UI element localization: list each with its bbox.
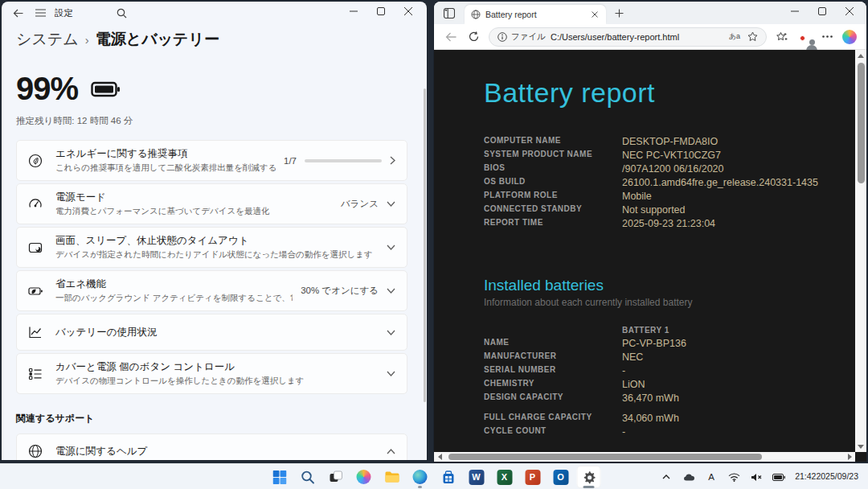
close-icon[interactable] (836, 2, 863, 21)
refresh-icon[interactable] (463, 27, 484, 47)
chevron-right-icon (390, 156, 395, 165)
report-title: Battery report (484, 77, 855, 109)
close-icon[interactable] (395, 2, 422, 21)
breadcrumb-system[interactable]: システム (16, 29, 79, 50)
hamburger-menu-icon[interactable] (29, 3, 51, 23)
copilot-icon[interactable] (839, 27, 860, 47)
settings-button[interactable] (577, 466, 601, 488)
related-support-header: 関連するサポート (16, 412, 407, 425)
excel-button[interactable]: X (493, 466, 517, 488)
chevron-down-icon[interactable] (387, 201, 395, 207)
minimize-icon[interactable] (340, 2, 367, 21)
card-power-mode[interactable]: 電源モード 電力消費とパフォーマンスに基づいてデバイスを最適化 バランス (16, 183, 407, 224)
task-view-button[interactable] (324, 466, 348, 488)
chevron-down-icon[interactable] (387, 244, 395, 250)
chevron-down-icon[interactable] (387, 371, 395, 376)
new-tab-icon[interactable] (609, 3, 628, 23)
scrollbar-thumb[interactable] (448, 454, 762, 460)
scroll-up-icon[interactable] (855, 50, 866, 61)
scroll-right-icon[interactable] (844, 452, 855, 462)
card-title: バッテリーの使用状況 (55, 326, 379, 339)
address-bar[interactable]: ファイル C:/Users/user/battery-report.html あ… (489, 27, 767, 47)
taskbar-clock[interactable]: 21:42 2025/09/23 (792, 466, 862, 487)
card-battery-usage[interactable]: バッテリーの使用状況 (16, 314, 407, 351)
table-row: OS BUILD26100.1.amd64fre.ge_release.2403… (484, 175, 818, 189)
address-scheme-label: ファイル (511, 31, 546, 43)
battery-remaining-time: 推定残り時間: 12 時間 46 分 (16, 115, 407, 127)
chart-icon (28, 325, 44, 339)
vertical-scrollbar[interactable] (855, 50, 866, 452)
microsoft-store-button[interactable] (436, 466, 461, 488)
battery-icon (91, 81, 120, 97)
onedrive-icon[interactable] (679, 466, 698, 487)
maximize-icon[interactable] (367, 2, 395, 21)
minimize-icon[interactable] (781, 2, 809, 21)
settings-scrollbar[interactable] (424, 88, 426, 402)
card-title: カバーと電源 個のボタン コントロール (55, 360, 379, 374)
scrollbar-thumb[interactable] (858, 63, 865, 183)
battery-status: 99% (16, 71, 407, 107)
tab-actions-icon[interactable] (439, 4, 460, 22)
power-mode-value: バランス (341, 198, 379, 210)
table-row: NAMEPC-VP-BP136 (484, 337, 686, 351)
running-indicator (418, 486, 422, 488)
battery-report-page: Battery report COMPUTER NAMEDESKTOP-FMDA… (434, 50, 866, 462)
copilot-button[interactable] (352, 466, 376, 488)
file-explorer-button[interactable] (380, 466, 404, 488)
chevron-up-icon[interactable] (387, 449, 395, 454)
word-button[interactable]: W (465, 466, 489, 488)
power-help-row[interactable]: 電源に関するヘルプ (17, 434, 407, 460)
taskbar: W X P O A (0, 463, 868, 489)
scroll-down-icon[interactable] (855, 441, 866, 452)
card-subtitle: 電力消費とパフォーマンスに基づいてデバイスを最適化 (55, 206, 333, 217)
battery-tray-icon[interactable] (769, 466, 788, 487)
profile-avatar[interactable] (794, 27, 815, 47)
wifi-icon[interactable] (724, 466, 743, 487)
file-info-icon[interactable] (497, 32, 507, 42)
more-menu-icon[interactable] (817, 27, 837, 47)
add-favorite-star-icon[interactable] (743, 29, 761, 45)
card-energy-recommendations[interactable]: エネルギーに関する推奨事項 これらの推奨事項を適用して二酸化炭素排出量を削減する… (16, 140, 407, 181)
outlook-button[interactable]: O (549, 466, 573, 488)
tray-chevron-up-icon[interactable] (657, 466, 676, 487)
table-header-row: BATTERY 1 (484, 324, 686, 337)
chevron-down-icon[interactable] (387, 330, 395, 335)
card-screen-sleep-timeouts[interactable]: 画面、スリープ、休止状態のタイムアウト デバイスが指定された時間にわたりアイドル… (16, 227, 407, 268)
maximize-icon[interactable] (809, 2, 836, 21)
address-url[interactable]: C:/Users/user/battery-report.html (551, 32, 726, 42)
table-row: CONNECTED STANDBYNot supported (484, 203, 818, 216)
system-info-table: COMPUTER NAMEDESKTOP-FMDA8IO SYSTEM PROD… (484, 134, 818, 230)
search-button[interactable] (296, 466, 320, 488)
search-icon[interactable] (110, 3, 133, 23)
settings-window: 設定 システム › 電源とバッテリー 99% 推定残り時間: 12 時間 46 … (2, 2, 427, 460)
battery-percent: 99% (16, 71, 78, 107)
tab-close-icon[interactable] (588, 8, 601, 21)
clock-date: 2025/09/23 (816, 471, 858, 482)
settings-window-controls (340, 2, 422, 24)
favorites-icon[interactable] (772, 27, 792, 47)
card-energy-saver[interactable]: 省エネ機能 一部のバックグラウンド アクティビティを制限することで、電力消費を削… (16, 270, 407, 311)
scroll-left-icon[interactable] (434, 452, 445, 462)
settings-cards: エネルギーに関する推奨事項 これらの推奨事項を適用して二酸化炭素排出量を削減する… (16, 140, 407, 394)
start-button[interactable] (268, 466, 292, 488)
powerpoint-button[interactable]: P (521, 466, 545, 488)
card-subtitle: これらの推奨事項を適用して二酸化炭素排出量を削減する (55, 162, 276, 174)
back-icon[interactable] (6, 3, 29, 23)
back-icon[interactable] (440, 27, 461, 47)
chevron-down-icon[interactable] (387, 288, 395, 294)
card-lid-power-button-controls[interactable]: カバーと電源 個のボタン コントロール デバイスの物理コントロールを操作したとき… (16, 353, 407, 394)
settings-window-title: 設定 (55, 7, 73, 19)
ime-mode-indicator[interactable]: A (702, 466, 721, 487)
edge-button[interactable] (408, 466, 432, 488)
settings-content: システム › 電源とバッテリー 99% 推定残り時間: 12 時間 46 分 エ… (2, 24, 427, 460)
horizontal-scrollbar[interactable] (434, 452, 855, 462)
volume-muted-icon[interactable] (747, 466, 766, 487)
energy-saver-value: 30% でオンにする (301, 285, 379, 297)
translate-icon[interactable]: あa (726, 29, 743, 45)
table-row: MANUFACTURERNEC (484, 351, 686, 364)
table-row: DESIGN CAPACITY36,470 mWh (484, 392, 686, 405)
tab-battery-report[interactable]: Battery report (465, 5, 606, 24)
edge-tabstrip: Battery report (434, 2, 866, 24)
breadcrumb: システム › 電源とバッテリー (16, 29, 407, 50)
installed-batteries-table: BATTERY 1 NAMEPC-VP-BP136 MANUFACTURERNE… (484, 324, 686, 438)
